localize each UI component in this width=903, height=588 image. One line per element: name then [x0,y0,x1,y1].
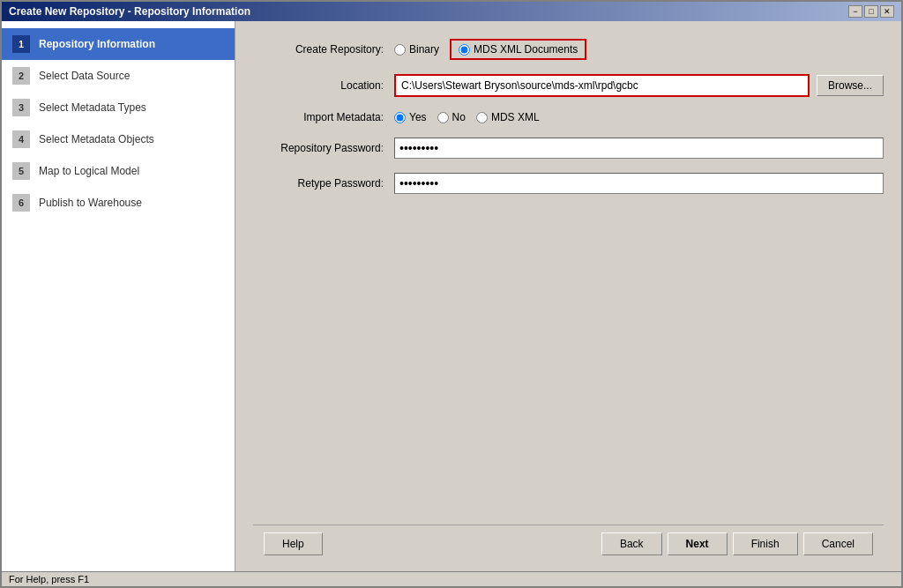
sidebar-item-select-metadata-types[interactable]: 3 Select Metadata Types [2,92,235,123]
sidebar-item-label-4: Select Metadata Objects [39,133,154,145]
location-label: Location: [253,79,394,92]
binary-radio-option[interactable]: Binary [394,43,439,56]
location-input-wrapper [394,74,810,97]
retype-password-input[interactable] [394,173,884,194]
sidebar-item-select-data-source[interactable]: 2 Select Data Source [2,60,235,92]
content-area: 1 Repository Information 2 Select Data S… [2,21,901,571]
minimize-button[interactable]: − [848,5,862,18]
finish-button[interactable]: Finish [733,532,798,555]
no-label: No [452,111,466,123]
step-number-5: 5 [12,162,30,180]
mds-xml-radio-option[interactable]: MDS XML Documents [450,39,586,60]
sidebar-item-publish-to-warehouse[interactable]: 6 Publish to Warehouse [2,187,235,219]
mds-xml-import-radio[interactable] [476,112,488,123]
mds-xml-import-radio-option[interactable]: MDS XML [476,111,540,123]
location-input[interactable] [399,78,804,93]
no-radio-option[interactable]: No [437,111,466,123]
create-repository-label: Create Repository: [253,43,394,56]
sidebar-item-label-2: Select Data Source [39,70,130,82]
mds-xml-radio-label: MDS XML [491,111,540,123]
sidebar-item-map-to-logical-model[interactable]: 5 Map to Logical Model [2,155,235,187]
binary-radio[interactable] [394,44,406,56]
maximize-button[interactable]: □ [864,5,878,18]
status-bar: For Help, press F1 [2,571,901,586]
step-number-3: 3 [12,99,30,116]
help-button[interactable]: Help [264,532,323,555]
browse-button[interactable]: Browse... [817,75,884,96]
main-window: Create New Repository - Repository Infor… [0,0,903,588]
binary-label: Binary [409,43,439,56]
repository-password-input[interactable] [394,138,884,159]
create-repository-row: Create Repository: Binary MDS XML Docume… [253,39,884,60]
repository-password-row: Repository Password: [253,138,884,159]
import-metadata-radio-group: Yes No MDS XML [394,111,540,123]
location-section: Location: Browse... [253,74,884,97]
retype-password-row: Retype Password: [253,173,884,194]
sidebar-item-label-6: Publish to Warehouse [39,197,142,209]
next-button[interactable]: Next [668,532,728,555]
create-repository-radio-group: Binary MDS XML Documents [394,39,586,60]
window-title: Create New Repository - Repository Infor… [9,5,250,18]
window-controls: − □ ✕ [848,5,894,18]
step-number-1: 1 [12,35,30,53]
bottom-bar: Help Back Next Finish Cancel [253,525,884,562]
sidebar-item-select-metadata-objects[interactable]: 4 Select Metadata Objects [2,123,235,155]
sidebar-item-repository-information[interactable]: 1 Repository Information [2,28,235,60]
form-section: Create Repository: Binary MDS XML Docume… [253,39,884,525]
step-number-4: 4 [12,130,30,148]
yes-radio-option[interactable]: Yes [394,111,427,123]
cancel-button[interactable]: Cancel [803,532,873,555]
navigation-buttons: Back Next Finish Cancel [601,532,873,555]
mds-xml-label: MDS XML Documents [474,43,578,56]
close-button[interactable]: ✕ [880,5,894,18]
retype-password-label: Retype Password: [253,177,394,190]
step-number-2: 2 [12,67,30,85]
yes-label: Yes [409,111,427,123]
import-metadata-label: Import Metadata: [253,111,394,123]
sidebar: 1 Repository Information 2 Select Data S… [2,21,235,571]
sidebar-item-label-3: Select Metadata Types [39,101,146,114]
main-panel: Create Repository: Binary MDS XML Docume… [235,21,901,571]
no-radio[interactable] [437,112,449,123]
sidebar-item-label-5: Map to Logical Model [39,165,139,177]
step-number-6: 6 [12,194,30,212]
title-bar: Create New Repository - Repository Infor… [2,2,901,21]
repository-password-label: Repository Password: [253,142,394,154]
back-button[interactable]: Back [601,532,662,555]
import-metadata-row: Import Metadata: Yes No MDS XML [253,111,884,123]
mds-xml-radio[interactable] [459,44,470,56]
status-text: For Help, press F1 [9,574,89,584]
yes-radio[interactable] [394,112,406,123]
sidebar-item-label-1: Repository Information [39,38,155,50]
